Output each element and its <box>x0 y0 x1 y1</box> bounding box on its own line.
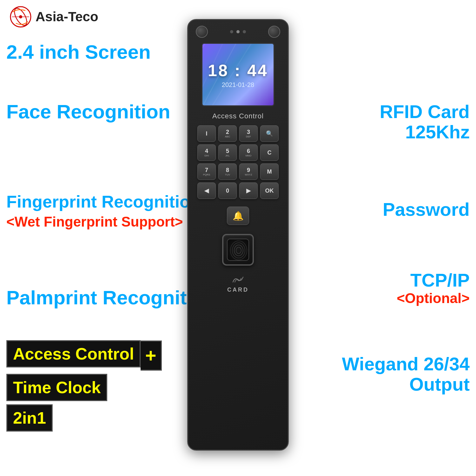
rfid-card-label: RFID Card <box>342 102 470 122</box>
key-search[interactable]: 🔍 <box>260 125 279 142</box>
center-sensors <box>230 30 246 33</box>
fingerprint-label: Fingerprint Recognition <box>6 192 216 211</box>
card-waves <box>232 276 244 283</box>
tcp-ip-label: TCP/IP <box>342 270 470 290</box>
key-4[interactable]: 4 GHI <box>197 144 216 161</box>
dot-sensor-3 <box>243 30 246 33</box>
optional-label: <Optional> <box>342 290 470 306</box>
fingerprint-block: Fingerprint Recognition <Wet Fingerprint… <box>6 192 216 229</box>
face-recognition-block: Face Recognition <box>6 101 216 122</box>
rfid-wave-icon <box>232 276 244 283</box>
device-screen: 18 : 44 2021-01-28 <box>202 43 274 106</box>
key-clear[interactable]: C <box>260 144 279 161</box>
wiegand-label: Wiegand 26/34 <box>342 354 470 374</box>
wet-fingerprint-label: <Wet Fingerprint Support> <box>6 214 216 230</box>
logo-area: Asia-Teco <box>10 6 98 28</box>
key-8[interactable]: 8 TUV <box>218 163 237 180</box>
left-camera-sensor <box>196 26 208 38</box>
plus-badge: + <box>141 340 162 371</box>
svg-point-4 <box>236 247 241 254</box>
search-icon: 🔍 <box>266 130 273 137</box>
screen-time-display: 18 : 44 <box>208 61 268 80</box>
access-control-badge: Access Control <box>6 340 141 367</box>
output-label: Output <box>342 374 470 394</box>
access-control-device: 18 : 44 2021-01-28 Access Control I 2 AB… <box>187 19 289 451</box>
key-5[interactable]: 5 JKL <box>218 144 237 161</box>
left-features-panel: 2.4 inch Screen Face Recognition Fingerp… <box>6 41 216 318</box>
fingerprint-reader[interactable] <box>222 234 254 266</box>
fingerprint-sensor <box>227 239 249 261</box>
key-9[interactable]: 9 WXYZ <box>239 163 258 180</box>
card-area: CARD <box>227 276 249 293</box>
key-right[interactable]: ▶ <box>239 182 258 199</box>
palmprint-label: Palmprint Recognition <box>6 287 216 308</box>
wiegand-block: Wiegand 26/34 Output <box>342 354 470 394</box>
brand-name: Asia-Teco <box>36 9 98 24</box>
keypad: I 2 ABC 3 DEF 🔍 4 GHI 5 JKL 6 MNO C <box>197 125 279 199</box>
face-recognition-label: Face Recognition <box>6 101 216 122</box>
password-block: Password <box>342 199 470 220</box>
screen-size-label: 2.4 inch Screen <box>6 41 216 63</box>
svg-point-5 <box>234 245 243 256</box>
key-6[interactable]: 6 MNO <box>239 144 258 161</box>
screen-size-block: 2.4 inch Screen <box>6 41 216 63</box>
key-ok[interactable]: OK <box>260 182 279 199</box>
rfid-block: RFID Card 125Khz <box>342 102 470 142</box>
key-1[interactable]: I <box>197 125 216 142</box>
brand-logo-icon <box>10 6 32 28</box>
right-camera-sensor <box>268 26 280 38</box>
fingerprint-lines <box>228 239 250 261</box>
key-7[interactable]: 7 PQRS <box>197 163 216 180</box>
sensors-row <box>193 26 283 38</box>
card-label: CARD <box>227 287 249 293</box>
key-menu[interactable]: M <box>260 163 279 180</box>
key-0[interactable]: 0 <box>218 182 237 199</box>
time-clock-badge: Time Clock <box>6 374 107 401</box>
key-2[interactable]: 2 ABC <box>218 125 237 142</box>
key-3[interactable]: 3 DEF <box>239 125 258 142</box>
two-in-one-badge: 2in1 <box>6 404 53 432</box>
bottom-badges-area: Access Control + Time Clock 2in1 <box>6 340 162 432</box>
dot-sensor-2 <box>236 30 240 33</box>
palmprint-block: Palmprint Recognition <box>6 287 216 308</box>
right-features-panel: RFID Card 125Khz Password TCP/IP <Option… <box>342 102 470 407</box>
tcp-block: TCP/IP <Optional> <box>342 270 470 306</box>
bell-button[interactable]: 🔔 <box>227 207 249 225</box>
dot-sensor-1 <box>230 30 233 33</box>
rfid-freq-label: 125Khz <box>342 122 470 142</box>
key-left[interactable]: ◀ <box>197 182 216 199</box>
screen-date-display: 2021-01-28 <box>222 81 254 89</box>
password-label: Password <box>342 199 470 220</box>
bell-icon: 🔔 <box>233 211 244 221</box>
svg-point-7 <box>230 241 247 260</box>
device-ac-label: Access Control <box>212 112 264 120</box>
